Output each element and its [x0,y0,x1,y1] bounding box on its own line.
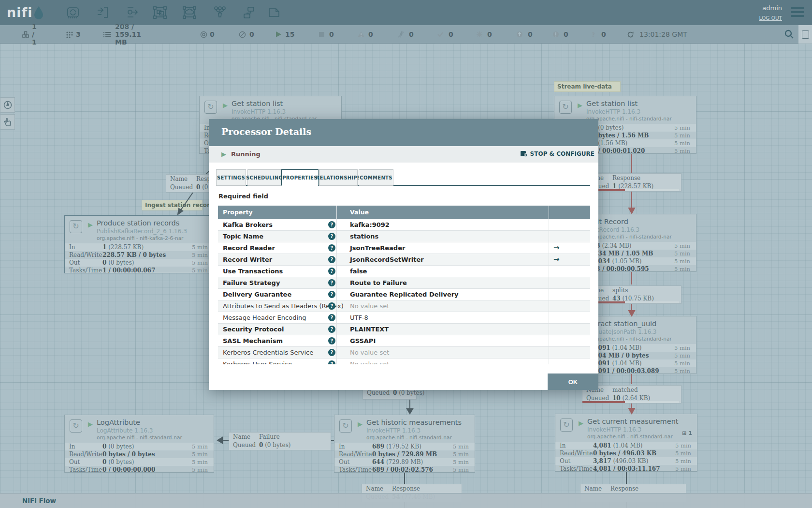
canvas-label[interactable]: Stream live-data [554,81,621,92]
running-icon: ▶ [221,150,226,158]
tab-relationships[interactable]: RELATIONSHIPS [319,169,358,186]
property-row[interactable]: SASL Mechanism?GSSAPI [218,335,590,347]
property-name: Delivery Guarantee [223,291,291,298]
property-value[interactable]: No value set [350,349,389,356]
app-header: nifi admin LOG OUT [0,0,812,25]
property-row[interactable]: Kerberos User Service?No value set [218,359,590,364]
processor-produce-station-records[interactable]: ↻▶Produce station recordsPublishKafkaRec… [64,215,214,273]
input-port-icon[interactable] [96,5,111,21]
funnel-icon[interactable] [212,5,228,21]
help-icon[interactable]: ? [328,279,335,286]
stat-row: Read/Write228.57 KB / 0 bytes 5 min [65,251,214,259]
processor-bundle: org.apache.nifi - nifi-standard-nar [587,433,673,439]
refresh-status[interactable]: 13:01:28 GMT [627,25,687,44]
help-icon[interactable]: ? [328,221,335,228]
property-name: Attributes to Send as Headers (Regex) [223,302,344,310]
property-value[interactable]: GSSAPI [350,337,376,344]
help-icon[interactable]: ? [328,314,335,321]
settings-panel-button[interactable] [798,25,812,44]
label-icon[interactable] [267,5,282,21]
stat-value: 1 / 1 [32,23,37,46]
help-icon[interactable]: ? [328,233,335,240]
processor-get-current-measurement[interactable]: ↻▶Get current measurementInvokeHTTP 1.16… [555,414,697,472]
connection-label-failure[interactable]: NameFailureQueued0 (0 bytes) [229,432,331,450]
canvas-label[interactable]: Ingest station records [142,200,203,210]
help-icon[interactable]: ? [328,360,335,364]
stat-disabled: 0 [397,25,407,44]
nifi-logo: nifi [7,5,45,20]
property-value[interactable]: PLAINTEXT [350,326,389,333]
pan-button[interactable] [0,114,15,130]
go-to-service-icon[interactable]: → [553,255,560,264]
help-icon[interactable]: ? [328,268,335,275]
help-icon[interactable]: ? [328,256,335,263]
search-button[interactable] [784,29,795,42]
help-icon[interactable]: ? [328,302,335,310]
property-value[interactable]: kafka:9092 [350,221,390,228]
processor-name: Produce station records [97,219,179,227]
property-row[interactable]: Security Protocol?PLAINTEXT [218,324,590,335]
stop-configure-icon [521,150,528,157]
help-icon[interactable]: ? [328,349,335,356]
property-name: Failure Strategy [223,279,280,286]
current-user: admin [762,4,782,12]
stat-queued: 208 / 159.11 MB [103,25,114,44]
processor-details-dialog: Processor Details ▶ Running STOP & CONFI… [209,119,598,390]
logout-link[interactable]: LOG OUT [759,15,782,21]
help-icon[interactable]: ? [328,244,335,252]
processor-name: Get station list [586,100,638,107]
help-icon[interactable]: ? [328,337,335,344]
breadcrumb[interactable]: NiFi Flow [22,497,56,505]
stat-row: Read/Write0 bytes / 496.03 KB 5 min [555,449,697,457]
property-row[interactable]: Attributes to Send as Headers (Regex)?No… [218,300,590,312]
property-value[interactable]: false [350,268,367,275]
help-icon[interactable]: ? [328,326,335,333]
property-row[interactable]: Kafka Brokers?kafka:9092 [218,219,590,231]
processor-name: Get current measurement [587,418,679,425]
tab-scheduling[interactable]: SCHEDULING [247,169,281,186]
property-value[interactable]: stations [350,233,378,240]
global-menu-icon[interactable] [791,7,804,18]
property-row[interactable]: Use Transactions?false [218,266,590,277]
property-value[interactable]: Route to Failure [350,279,407,286]
stat-value: 3 [76,30,81,38]
processor-icon[interactable] [66,5,81,21]
property-row[interactable]: Kerberos Credentials Service?No value se… [218,347,590,359]
help-icon[interactable]: ? [328,291,335,298]
property-value[interactable]: JsonTreeReader [350,244,405,252]
property-value[interactable]: Guarantee Replicated Delivery [350,291,459,298]
tab-settings[interactable]: SETTINGS [216,169,246,186]
cluster-icon [22,31,29,38]
tab-properties[interactable]: PROPERTIES [281,169,319,186]
template-icon[interactable] [242,5,258,21]
tab-comments[interactable]: COMMENTS [359,169,393,186]
refresh-icon[interactable] [627,31,634,38]
property-row[interactable]: Record Writer?JsonRecordSetWriter→ [218,254,590,266]
svg-text:?: ? [592,31,595,38]
ok-button[interactable]: OK [548,374,598,390]
property-row[interactable]: Topic Name?stations [218,231,590,242]
process-group-icon[interactable] [153,5,168,21]
property-row[interactable]: Record Reader?JsonTreeReader→ [218,242,590,254]
property-value[interactable]: JsonRecordSetWriter [350,256,424,263]
output-port-icon[interactable] [126,5,141,21]
stat-cluster: 1 / 1 [22,25,32,44]
stat-value: 0 [368,30,373,38]
property-value[interactable]: No value set [350,302,389,310]
property-row[interactable]: Delivery Guarantee?Guarantee Replicated … [218,289,590,300]
properties-table: Property Value Kafka Brokers?kafka:9092T… [218,206,590,364]
stale-icon [516,31,523,38]
processor-get-historic-measurements[interactable]: ↻▶Get historic measurementsInvokeHTTP 1.… [334,415,475,473]
processor-icon: ↻ [339,419,352,433]
processor-bundle: org.apache.nifi - nifi-kafka-2-6-nar [97,235,183,241]
remote-process-group-icon[interactable] [182,5,198,21]
property-value[interactable]: UTF-8 [350,314,368,321]
property-row[interactable]: Failure Strategy?Route to Failure [218,277,590,289]
go-to-service-icon[interactable]: → [553,243,560,252]
processor-log-attribute[interactable]: ↻▶LogAttributeLogAttribute 1.16.3org.apa… [64,415,214,473]
status-bar: 1 / 13208 / 159.11 MB00150000000?013:01:… [0,25,812,44]
stop-and-configure-button[interactable]: STOP & CONFIGURE [521,150,594,157]
birdseye-button[interactable] [0,97,15,113]
property-value[interactable]: No value set [350,360,389,364]
property-row[interactable]: Message Header Encoding?UTF-8 [218,312,590,324]
